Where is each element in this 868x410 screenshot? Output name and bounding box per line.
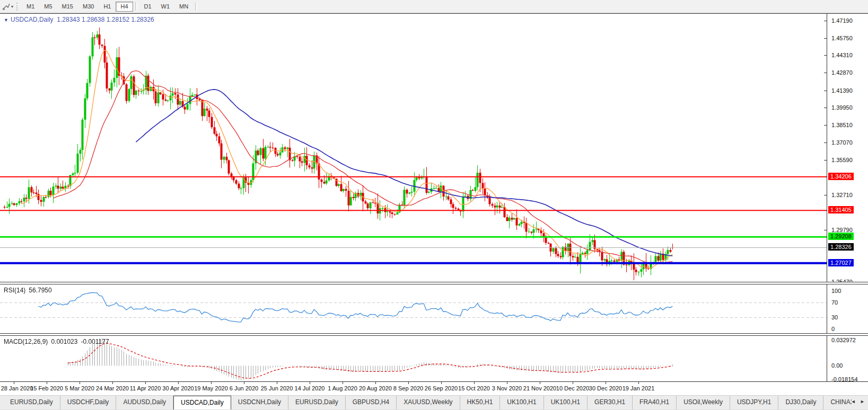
date-label: 21 Nov 2020 xyxy=(523,385,556,391)
rsi-canvas[interactable] xyxy=(0,284,827,333)
price-axis[interactable]: 1.471901.457501.443101.428701.413901.399… xyxy=(828,14,868,282)
rsi-level-label: 30 xyxy=(831,314,838,320)
macd-axis-label: -0.018154 xyxy=(831,376,858,381)
hline-price-tag[interactable]: 1.31405 xyxy=(828,206,854,213)
date-tick xyxy=(211,382,212,384)
date-tick xyxy=(638,382,639,384)
date-label: 14 Jul 2020 xyxy=(295,385,325,391)
chart-tab-usdchf-daily[interactable]: USDCHF,Daily xyxy=(60,396,117,409)
chart-tab-usoil-weekly[interactable]: USOil,Weekly xyxy=(677,396,730,409)
rsi-level-label: 0 xyxy=(831,326,835,332)
chart-tab-uk100-h1[interactable]: UK100,H1 xyxy=(500,396,543,409)
chart-tab-dj30-daily[interactable]: DJ30,Daily xyxy=(778,396,823,409)
chart-symbol-label: USDCAD,Daily xyxy=(11,16,54,23)
date-label: 6 Jun 2020 xyxy=(230,385,258,391)
date-tick xyxy=(474,382,475,384)
macd-axis[interactable]: 0.0329720.00-0.018154 xyxy=(828,336,868,381)
price-tick-label: 1.29790 xyxy=(831,227,853,233)
date-tick xyxy=(145,382,146,384)
chart-tab-eurusd-daily[interactable]: EURUSD,Daily xyxy=(288,396,346,409)
chart-tab-bar: EURUSD,DailyUSDCHF,DailyAUDUSD,DailyUSDC… xyxy=(0,395,868,410)
chart-tab-audusd-daily[interactable]: AUDUSD,Daily xyxy=(116,396,173,409)
main-chart-canvas[interactable] xyxy=(0,14,827,282)
price-tick-label: 1.25470 xyxy=(831,279,853,282)
chart-tab-usdcnh-daily[interactable]: USDCNH,Daily xyxy=(231,396,288,409)
timeframe-toolbar: ▾ M1M5M15M30H1H4D1W1MN xyxy=(0,0,868,13)
date-label: 30 Dec 2020 xyxy=(589,385,622,391)
date-tick xyxy=(441,382,442,384)
tabs-scroll-left-button[interactable]: ◄ xyxy=(849,398,857,405)
collapse-triangle-icon[interactable]: ▼ xyxy=(4,17,8,23)
date-tick xyxy=(606,382,606,384)
tabs-scroll-right-button[interactable]: ► xyxy=(858,398,866,405)
toolbar-grip-handle[interactable] xyxy=(16,3,19,11)
timeframe-button-w1[interactable]: W1 xyxy=(156,2,175,12)
chart-tab-usdcad-daily[interactable]: USDCAD,Daily xyxy=(173,396,231,409)
date-tick xyxy=(178,382,179,384)
date-tick xyxy=(277,382,277,384)
timeframe-button-d1[interactable]: D1 xyxy=(139,2,156,12)
chart-ohlc-values: 1.28343 1.28638 1.28152 1.28326 xyxy=(57,16,154,23)
main-chart-panel: ▼USDCAD,Daily 1.28343 1.28638 1.28152 1.… xyxy=(0,13,868,282)
price-tick-label: 1.44310 xyxy=(831,52,853,58)
date-tick xyxy=(80,382,80,384)
date-label: 20 Aug 2020 xyxy=(359,385,392,391)
date-axis[interactable]: 28 Jan 202015 Feb 20205 Mar 202024 Mar 2… xyxy=(0,381,868,395)
timeframe-button-m5[interactable]: M5 xyxy=(39,2,57,12)
rsi-label: RSI(14)56.7950 xyxy=(4,287,55,294)
mt4-window: ▾ M1M5M15M30H1H4D1W1MN ▼USDCAD,Daily 1.2… xyxy=(0,0,868,410)
date-label: 24 Mar 2020 xyxy=(96,385,129,391)
timeframe-button-m30[interactable]: M30 xyxy=(78,2,99,12)
chart-tab-ger30-h1[interactable]: GER30,H1 xyxy=(588,396,633,409)
chart-tab-usdjpy-h1[interactable]: USDJPY,H1 xyxy=(730,396,778,409)
chart-tab-uk100-h1[interactable]: UK100,H1 xyxy=(544,396,588,409)
chart-title: ▼USDCAD,Daily 1.28343 1.28638 1.28152 1.… xyxy=(4,16,154,23)
date-tick xyxy=(375,382,376,384)
macd-label: MACD(12,26,9)0.001023-0.001177 xyxy=(4,338,112,345)
rsi-name: RSI(14) xyxy=(4,287,25,294)
macd-name: MACD(12,26,9) xyxy=(4,338,48,345)
date-tick xyxy=(14,382,14,384)
rsi-level-label: 70 xyxy=(831,299,838,306)
date-label: 3 Nov 2020 xyxy=(492,385,522,391)
chart-tab-xauusd-weekly[interactable]: XAUUSD,Weekly xyxy=(397,396,460,409)
chart-tab-eurusd-daily[interactable]: EURUSD,Daily xyxy=(3,396,60,409)
date-label: 26 Sep 2020 xyxy=(425,385,458,391)
macd-canvas[interactable] xyxy=(0,336,827,381)
timeframe-button-h1[interactable]: H1 xyxy=(99,2,116,12)
date-label: 25 Jun 2020 xyxy=(261,385,293,391)
date-label: 30 Apr 2020 xyxy=(162,385,194,391)
date-tick xyxy=(408,382,409,384)
date-label: 5 Mar 2020 xyxy=(65,385,94,391)
price-tick-label: 1.41390 xyxy=(831,87,853,94)
price-tick-label: 1.38510 xyxy=(831,122,853,128)
rsi-panel: RSI(14)56.7950 10070300 xyxy=(0,284,868,333)
chart-tab-gbpusd-h4[interactable]: GBPUSD,H4 xyxy=(346,396,397,409)
date-tick xyxy=(540,382,540,384)
hline-price-tag[interactable]: 1.27027 xyxy=(828,259,854,266)
chart-cursor-icon[interactable] xyxy=(2,3,10,11)
price-tick-label: 1.42870 xyxy=(831,69,853,76)
rsi-axis[interactable]: 10070300 xyxy=(828,284,868,333)
date-label: 15 Feb 2020 xyxy=(30,385,63,391)
hline-price-tag[interactable]: 1.34206 xyxy=(828,173,854,180)
chart-tab-fra40-h1[interactable]: FRA40,H1 xyxy=(633,396,677,409)
chart-tab-hk50-h1[interactable]: HK50,H1 xyxy=(460,396,501,409)
hline-price-tag[interactable]: 1.29208 xyxy=(828,233,854,240)
timeframe-button-m1[interactable]: M1 xyxy=(22,2,39,12)
date-tick xyxy=(47,382,47,384)
date-label: 28 Jan 2020 xyxy=(1,385,33,391)
date-tick xyxy=(573,382,573,384)
rsi-value: 56.7950 xyxy=(29,287,51,294)
timeframe-button-mn[interactable]: MN xyxy=(174,2,193,12)
timeframe-button-h4[interactable]: H4 xyxy=(116,2,133,12)
toolbar-separator xyxy=(195,2,197,11)
timeframe-button-m15[interactable]: M15 xyxy=(57,2,78,12)
chart-tab-china300-h1[interactable]: CHINA300,H1 xyxy=(823,396,852,409)
date-label: 15 Oct 2020 xyxy=(458,385,490,391)
date-tick xyxy=(343,382,343,384)
date-label: 19 Jan 2021 xyxy=(622,385,655,391)
date-label: 1 Aug 2020 xyxy=(328,385,357,391)
price-tick-label: 1.47190 xyxy=(831,17,853,24)
chevron-down-icon[interactable]: ▾ xyxy=(11,4,13,9)
